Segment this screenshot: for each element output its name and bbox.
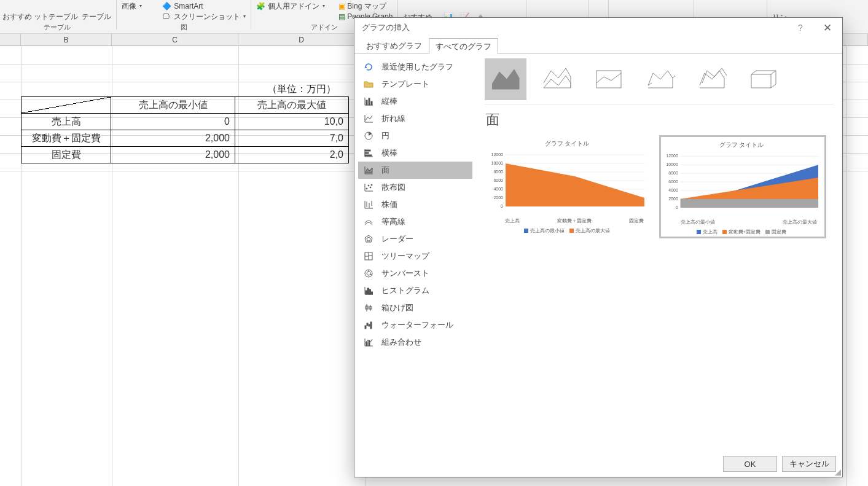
svg-marker-28 xyxy=(367,237,370,241)
svg-text:10000: 10000 xyxy=(491,161,504,165)
category-label: 株価 xyxy=(381,199,397,210)
category-line[interactable]: 折れ線 xyxy=(358,110,472,127)
chart-preview-1[interactable]: グラフ タイトル 12000100008000 6000400020000 xyxy=(485,135,652,238)
area-subtype-3[interactable] xyxy=(588,58,630,100)
area-subtype-4[interactable] xyxy=(639,58,681,100)
category-label: レーダー xyxy=(381,233,413,245)
smartart-icon: 🔷 xyxy=(162,1,172,11)
category-label: ウォーターフォール xyxy=(381,319,453,331)
ribbon-smartart-button[interactable]: 🔷 SmartArt xyxy=(162,1,246,11)
category-label: 最近使用したグラフ xyxy=(381,61,453,73)
chart-preview-2[interactable]: グラフ タイトル 12000100008000 6000400020000 xyxy=(659,135,826,238)
chart-category-list: 最近使用したグラフテンプレート縦棒折れ線円横棒面散布図株価等高線レーダーツリーマ… xyxy=(354,53,476,458)
table-row: 変動費＋固定費 2,000 7,0 xyxy=(22,130,349,147)
area-subtype-5[interactable] xyxy=(691,58,733,100)
category-label: 円 xyxy=(381,130,389,141)
screenshot-icon: 🖵 xyxy=(162,12,172,22)
preview-title: グラフ タイトル xyxy=(487,139,647,148)
svg-text:12000: 12000 xyxy=(491,152,504,157)
category-pie[interactable]: 円 xyxy=(358,127,472,144)
ribbon-bing-maps[interactable]: ▣Bing マップ xyxy=(338,1,393,11)
svg-text:4000: 4000 xyxy=(493,187,503,191)
category-label: 等高線 xyxy=(381,216,405,227)
resize-handle[interactable] xyxy=(833,468,842,476)
tab-all-charts[interactable]: すべてのグラフ xyxy=(429,38,498,54)
column-icon xyxy=(363,96,374,107)
category-radar[interactable]: レーダー xyxy=(358,230,472,248)
table-row: 売上高 0 10,0 xyxy=(22,114,349,130)
category-label: 箱ひげ図 xyxy=(381,302,413,313)
category-column[interactable]: 縦棒 xyxy=(358,93,472,110)
category-stock[interactable]: 株価 xyxy=(358,196,472,213)
insert-chart-dialog: グラフの挿入 ? ✕ おすすめグラフ すべてのグラフ 最近使用したグラフテンプレ… xyxy=(354,17,843,477)
category-histogram[interactable]: ヒストグラム xyxy=(358,282,472,299)
category-bar[interactable]: 横棒 xyxy=(358,144,472,162)
ok-button[interactable]: OK xyxy=(723,456,777,472)
combo-icon xyxy=(363,337,374,348)
category-label: 横棒 xyxy=(381,147,397,159)
ribbon-group-label: テーブル xyxy=(44,23,71,32)
scatter-icon xyxy=(363,182,374,193)
dialog-titlebar[interactable]: グラフの挿入 ? ✕ xyxy=(354,18,842,37)
category-surface[interactable]: 等高線 xyxy=(358,213,472,230)
area-subtype-1[interactable] xyxy=(485,58,526,100)
folder-icon xyxy=(363,79,374,90)
dialog-tabs: おすすめグラフ すべてのグラフ xyxy=(359,37,842,53)
category-label: 組み合わせ xyxy=(381,337,421,348)
ribbon-group-label: アドイン xyxy=(311,23,338,32)
svg-text:12000: 12000 xyxy=(667,154,678,158)
column-header-B[interactable]: B xyxy=(21,34,112,45)
x-axis-labels: 売上高の最小値売上高の最大値 xyxy=(662,218,821,225)
column-header-D[interactable]: D xyxy=(238,34,365,45)
waterfall-icon xyxy=(363,319,374,331)
category-waterfall[interactable]: ウォーターフォール xyxy=(358,316,472,334)
table-header: 売上高の最大値 xyxy=(235,97,349,114)
cancel-button[interactable]: キャンセル xyxy=(782,456,836,472)
svg-text:6000: 6000 xyxy=(493,178,503,182)
category-scatter[interactable]: 散布図 xyxy=(358,179,472,196)
ribbon-group-tables: おすすめ ットテーブル テーブル テーブル xyxy=(0,0,114,32)
dialog-title: グラフの挿入 xyxy=(362,23,410,33)
ribbon-screenshot-button[interactable]: 🖵 スクリーンショット▾ xyxy=(162,12,246,22)
category-sunburst[interactable]: サンバースト xyxy=(358,265,472,282)
svg-text:10000: 10000 xyxy=(667,162,678,167)
svg-line-60 xyxy=(771,71,776,74)
tab-recommended[interactable]: おすすめグラフ xyxy=(359,37,429,53)
svg-point-19 xyxy=(368,185,369,186)
ribbon-recommended-pivottable[interactable]: おすすめ ットテーブル xyxy=(2,12,78,22)
category-label: 散布図 xyxy=(381,182,405,193)
help-button[interactable]: ? xyxy=(789,19,811,36)
chart-legend: 売上高の最小値 売上高の最大値 xyxy=(487,227,647,234)
svg-rect-3 xyxy=(369,98,370,105)
ribbon-personal-addins[interactable]: 🧩 個人用アドイン▾ xyxy=(256,1,325,11)
column-header-C[interactable]: C xyxy=(112,34,238,45)
column-header-A-partial[interactable] xyxy=(0,34,21,45)
category-recent[interactable]: 最近使用したグラフ xyxy=(358,58,472,76)
table-row: 固定費 2,000 2,0 xyxy=(22,147,349,163)
data-table: 売上高の最小値 売上高の最大値 売上高 0 10,0 変動費＋固定費 2,000… xyxy=(21,96,349,163)
svg-rect-48 xyxy=(367,323,368,326)
category-combo[interactable]: 組み合わせ xyxy=(358,334,472,351)
ribbon-table-button[interactable]: テーブル xyxy=(82,12,111,22)
close-button[interactable]: ✕ xyxy=(815,19,840,36)
ribbon-pictures-button[interactable]: 画像▾ xyxy=(122,1,142,11)
stock-icon xyxy=(363,199,374,210)
subtype-title: 面 xyxy=(486,111,834,129)
category-label: サンバースト xyxy=(381,268,429,279)
addin-icon: 🧩 xyxy=(256,1,266,11)
svg-text:0: 0 xyxy=(501,204,503,208)
category-label: 面 xyxy=(381,165,389,176)
table-corner-cell xyxy=(22,97,111,114)
area-chart-2-svg: 12000100008000 6000400020000 xyxy=(662,151,821,218)
category-area[interactable]: 面 xyxy=(358,162,472,179)
svg-text:0: 0 xyxy=(676,205,678,210)
category-folder[interactable]: テンプレート xyxy=(358,76,472,93)
category-boxwhisker[interactable]: 箱ひげ図 xyxy=(358,299,472,316)
area-subtype-6[interactable] xyxy=(743,58,784,100)
category-treemap[interactable]: ツリーマップ xyxy=(358,248,472,265)
svg-rect-41 xyxy=(369,289,371,294)
category-label: 縦棒 xyxy=(381,96,397,107)
chart-preview-pane: 面 グラフ タイトル 12000100008000 6000400020000 xyxy=(476,53,842,458)
area-subtype-2[interactable] xyxy=(536,58,578,100)
svg-text:8000: 8000 xyxy=(668,171,678,175)
